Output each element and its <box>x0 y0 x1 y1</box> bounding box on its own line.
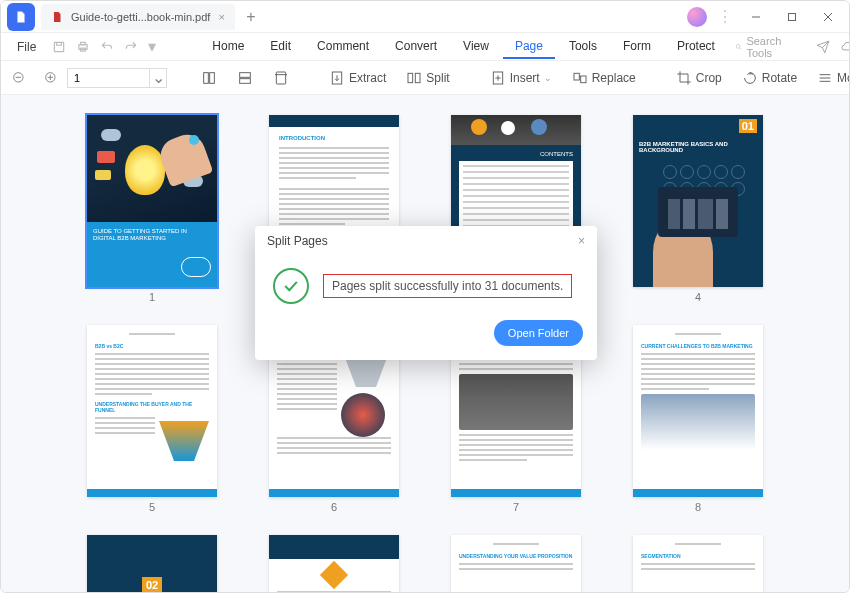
avatar[interactable] <box>687 7 707 27</box>
replace-label: Replace <box>592 71 636 85</box>
tab-label: Guide-to-getti...book-min.pdf <box>71 11 210 23</box>
tab-close-icon[interactable]: × <box>218 11 224 23</box>
svg-point-8 <box>736 44 740 48</box>
page-number: 6 <box>331 501 337 513</box>
menu-edit[interactable]: Edit <box>258 35 303 59</box>
intro-title: INTRODUCTION <box>279 135 389 141</box>
svg-rect-1 <box>789 13 796 20</box>
insert-button[interactable]: Insert⌄ <box>484 67 558 89</box>
menu-protect[interactable]: Protect <box>665 35 727 59</box>
menu-view[interactable]: View <box>451 35 501 59</box>
menu-form[interactable]: Form <box>611 35 663 59</box>
page-thumbnail[interactable]: 02 PLANNING <box>87 535 217 592</box>
menu-tools[interactable]: Tools <box>557 35 609 59</box>
split-button[interactable]: Split <box>400 67 455 89</box>
section-title: UNDERSTANDING THE BUYER AND THE FUNNEL <box>95 401 209 413</box>
file-menu[interactable]: File <box>9 40 44 54</box>
page-toolbar: ⌄ Extract Split Insert⌄ Replace Crop Rot… <box>1 61 849 95</box>
page-thumbnail[interactable]: GUIDE TO GETTING STARTED IN DIGITAL B2B … <box>87 115 217 287</box>
zoom-in-button[interactable] <box>43 70 59 86</box>
section-title: B2B vs B2C <box>95 343 209 349</box>
svg-rect-4 <box>55 42 64 51</box>
chapter-number: 02 <box>142 577 162 592</box>
minimize-button[interactable] <box>743 4 769 30</box>
replace-button[interactable]: Replace <box>566 67 642 89</box>
rotate-button[interactable]: Rotate <box>736 67 803 89</box>
zoom-out-button[interactable] <box>11 70 27 86</box>
svg-rect-16 <box>210 72 215 83</box>
rotate-label: Rotate <box>762 71 797 85</box>
undo-icon[interactable] <box>100 40 114 54</box>
extract-button[interactable]: Extract <box>323 67 392 89</box>
page-number: 7 <box>513 501 519 513</box>
svg-rect-27 <box>574 73 579 80</box>
crop-button[interactable]: Crop <box>670 67 728 89</box>
page-number: 5 <box>149 501 155 513</box>
cloud-icon[interactable] <box>840 40 850 54</box>
cover-title: GUIDE TO GETTING STARTED IN DIGITAL B2B … <box>93 228 211 244</box>
success-check-icon <box>273 268 309 304</box>
page-thumbnail[interactable] <box>269 535 399 592</box>
split-label: Split <box>426 71 449 85</box>
svg-rect-22 <box>408 73 413 82</box>
dialog-message: Pages split successfully into 31 documen… <box>323 274 572 298</box>
page-number-input[interactable] <box>67 68 149 88</box>
svg-rect-6 <box>81 42 86 44</box>
new-tab-button[interactable]: + <box>241 7 261 27</box>
menu-convert[interactable]: Convert <box>383 35 449 59</box>
split-pages-dialog: Split Pages × Pages split successfully i… <box>255 226 597 360</box>
page-thumbnail[interactable]: CURRENT CHALLENGES TO B2B MARKETING <box>633 325 763 497</box>
menu-comment[interactable]: Comment <box>305 35 381 59</box>
open-folder-button[interactable]: Open Folder <box>494 320 583 346</box>
organize-right-button[interactable] <box>231 67 259 89</box>
search-tools[interactable]: Search Tools <box>735 35 796 59</box>
menu-page[interactable]: Page <box>503 35 555 59</box>
svg-rect-17 <box>240 72 251 77</box>
page-thumbnail[interactable]: B2B vs B2C UNDERSTANDING THE BUYER AND T… <box>87 325 217 497</box>
kebab-icon[interactable]: ⋮ <box>717 7 733 26</box>
close-button[interactable] <box>815 4 841 30</box>
document-tab[interactable]: Guide-to-getti...book-min.pdf × <box>41 4 235 30</box>
more-button[interactable]: More⌄ <box>811 67 850 89</box>
page-number: 4 <box>695 291 701 303</box>
chevron-down-icon: ⌄ <box>544 73 552 83</box>
more-label: More <box>837 71 850 85</box>
maximize-button[interactable] <box>779 4 805 30</box>
contents-title: CONTENTS <box>459 151 573 157</box>
search-tools-label: Search Tools <box>746 35 785 59</box>
section-title: UNDERSTANDING YOUR VALUE PROPOSITION <box>459 553 573 559</box>
quick-dropdown-icon[interactable]: ▾ <box>148 37 156 56</box>
chapter-number: 01 <box>739 119 757 133</box>
svg-rect-19 <box>276 72 285 84</box>
insert-label: Insert <box>510 71 540 85</box>
chapter-title: B2B MARKETING BASICS AND BACKGROUND <box>639 141 757 153</box>
extract-label: Extract <box>349 71 386 85</box>
save-icon[interactable] <box>52 40 66 54</box>
svg-rect-18 <box>240 78 251 83</box>
send-icon[interactable] <box>816 40 830 54</box>
svg-rect-23 <box>416 73 421 82</box>
page-dropdown-icon[interactable]: ⌄ <box>149 68 167 88</box>
page-thumbnail[interactable]: SEGMENTATION <box>633 535 763 592</box>
page-number: 8 <box>695 501 701 513</box>
svg-rect-28 <box>580 76 585 83</box>
print-icon[interactable] <box>76 40 90 54</box>
app-logo <box>7 3 35 31</box>
section-title: CURRENT CHALLENGES TO B2B MARKETING <box>641 343 755 349</box>
page-thumbnail[interactable]: UNDERSTANDING YOUR VALUE PROPOSITION <box>451 535 581 592</box>
page-number: 1 <box>149 291 155 303</box>
crop-label: Crop <box>696 71 722 85</box>
svg-rect-15 <box>204 72 209 83</box>
svg-line-9 <box>740 47 742 49</box>
section-title: SEGMENTATION <box>641 553 755 559</box>
dialog-close-icon[interactable]: × <box>578 234 585 248</box>
menu-home[interactable]: Home <box>200 35 256 59</box>
titlebar: Guide-to-getti...book-min.pdf × + ⋮ <box>1 1 849 33</box>
menubar: File ▾ HomeEditCommentConvertViewPageToo… <box>1 33 849 61</box>
delete-page-button[interactable] <box>267 67 295 89</box>
redo-icon[interactable] <box>124 40 138 54</box>
organize-left-button[interactable] <box>195 67 223 89</box>
dialog-title: Split Pages <box>267 234 328 248</box>
page-thumbnail[interactable]: 01 B2B MARKETING BASICS AND BACKGROUND <box>633 115 763 287</box>
